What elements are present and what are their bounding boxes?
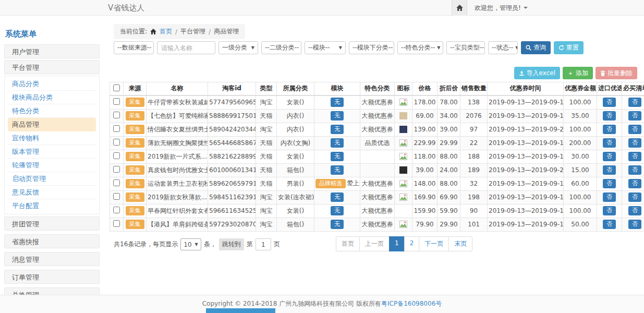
broken-image-icon [399,153,407,160]
sidebar-item-goods-management[interactable]: 商品管理 [8,118,96,131]
import-toggle[interactable]: 否 [603,98,616,107]
sidebar-group-group-buy-management[interactable]: 拼团管理 [4,216,100,231]
sidebar-item-platform-config[interactable]: 平台配置 [8,199,96,213]
import-excel-button[interactable]: 导入excel [514,67,560,79]
home-button[interactable] [452,0,467,16]
breadcrumb-separator: / [209,28,211,35]
cell-source: 采集 [124,109,147,123]
import-toggle[interactable]: 否 [603,152,616,161]
row-checkbox[interactable] [113,152,120,159]
must-buy-toggle[interactable]: 否 [628,220,641,229]
jump-button[interactable]: 跳转到 [219,238,244,250]
must-buy-toggle[interactable]: 否 [628,165,641,175]
cell-name: 牛仔背带裤女秋装减龄... [147,95,208,110]
import-toggle[interactable]: 否 [603,138,616,148]
cell-name: 【港风】单肩斜跨链条... [147,218,208,231]
page-button-2[interactable]: 2 [404,236,420,251]
import-toggle[interactable]: 否 [603,179,616,188]
cell-select [110,95,124,110]
top-navbar: V省钱达人 欢迎您，管理员! [0,0,644,16]
page-button-1[interactable]: 1 [389,236,405,251]
page-size-select[interactable]: 10 ▼ [180,238,201,250]
cell-coupon-time: 2019-09-13—2019-09-17 [488,204,564,218]
add-button[interactable]: ＋ 添加 [563,67,593,79]
chevron-down-icon [524,7,528,9]
must-buy-toggle[interactable]: 否 [628,125,641,134]
next-page-button[interactable]: 下一页 [419,236,449,251]
sidebar-item-version-management[interactable]: 版本管理 [8,145,96,159]
module-sub-category-select[interactable]: --模块下分类--▼ [349,41,394,54]
cell-must-buy: 否 [622,136,644,150]
level1-category-select[interactable]: 一级分类▼ [218,41,258,54]
sidebar-group-platform-management[interactable]: 平台管理 [4,60,100,74]
cell-type: 淘宝 [256,204,277,218]
sidebar-item-carousel-management[interactable]: 轮播管理 [8,159,96,172]
must-buy-toggle[interactable]: 否 [628,179,641,188]
source-badge: 采集 [126,165,144,175]
import-toggle[interactable]: 否 [603,111,616,121]
row-checkbox[interactable] [113,220,120,227]
cell-feature: 大额优惠券 [360,218,395,231]
icp-link[interactable]: 粤ICP备16098006号 [381,300,442,307]
sidebar-item-feature-category[interactable]: 特色分类 [8,104,96,118]
user-menu[interactable]: 欢迎您，管理员! [467,0,535,16]
product-thumbnail [399,166,407,174]
sidebar-item-splash-management[interactable]: 启动页管理 [8,172,96,186]
must-buy-toggle[interactable]: 否 [628,138,641,148]
row-checkbox[interactable] [113,179,120,186]
name-input[interactable] [157,41,215,54]
source-badge: 采集 [126,220,144,229]
sidebar-item-goods-category[interactable]: 商品分类 [8,77,96,91]
reset-button[interactable]: 重置 [554,41,584,54]
breadcrumb-home-link[interactable]: 首页 [160,27,172,36]
chevron-down-icon: ▼ [515,45,518,50]
sidebar-group-order-management[interactable]: 订单管理 [4,270,100,284]
import-toggle[interactable]: 否 [603,206,616,215]
item-type-select[interactable]: --宝贝类型--▼ [446,41,485,54]
sidebar-group-user-management[interactable]: 用户管理 [4,44,100,58]
row-checkbox[interactable] [113,193,120,200]
must-buy-toggle[interactable]: 否 [628,206,641,215]
level2-category-select[interactable]: --二级分类--▼ [261,41,301,54]
import-toggle[interactable]: 否 [603,165,616,175]
column-header: 类型 [256,82,277,95]
cell-select [110,150,124,163]
table-row: 采集【七色纺】可爱纯棉家...588869917501天猫内衣()无大额优惠券6… [110,109,644,123]
cell-coupon-amount: 50.00 [564,218,597,231]
sidebar-group-saving-express[interactable]: 省惠快报 [4,234,100,248]
import-toggle[interactable]: 否 [603,125,616,134]
prev-page-button[interactable]: 上一页 [359,236,390,251]
must-buy-toggle[interactable]: 否 [628,192,641,202]
last-page-button[interactable]: 末页 [448,236,472,251]
module-none-badge: 无 [331,111,344,121]
row-checkbox[interactable] [113,98,120,105]
sidebar-item-promo-material[interactable]: 宣传物料 [8,131,96,145]
row-checkbox[interactable] [113,166,120,173]
sidebar-item-module-goods-category[interactable]: 模块商品分类 [8,91,96,104]
cell-category: 内衣(文胸) [277,136,314,150]
sidebar-item-feedback[interactable]: 意见反馈 [8,186,96,199]
home-icon [456,5,463,11]
cell-type: 淘宝 [256,95,277,110]
first-page-button[interactable]: 首页 [336,236,360,251]
row-checkbox[interactable] [113,139,120,146]
must-buy-toggle[interactable]: 否 [628,98,641,107]
table-row: 采集2019新款一片式系...588216228899天猫女装()无118.00… [110,150,644,163]
row-checkbox[interactable] [113,112,120,118]
row-checkbox[interactable] [113,207,120,213]
select-all-checkbox[interactable] [113,85,120,91]
page-jump-input[interactable] [256,238,271,250]
module-name: 爱上运动 [347,179,360,187]
batch-delete-button[interactable]: 批量删除 [596,67,637,79]
module-select[interactable]: --模块--▼ [305,41,346,54]
feature-category-select[interactable]: --特色分类--▼ [397,41,443,54]
row-checkbox[interactable] [113,125,120,132]
sidebar-group-message-management[interactable]: 消息管理 [4,252,100,266]
must-buy-toggle[interactable]: 否 [628,111,641,121]
search-button[interactable]: 查询 [521,41,551,54]
must-buy-toggle[interactable]: 否 [628,152,641,161]
status-select[interactable]: --状态--▼ [488,41,518,54]
data-source-select[interactable]: --数据来源--▼ [114,41,154,54]
import-toggle[interactable]: 否 [603,192,616,202]
import-toggle[interactable]: 否 [603,220,616,229]
